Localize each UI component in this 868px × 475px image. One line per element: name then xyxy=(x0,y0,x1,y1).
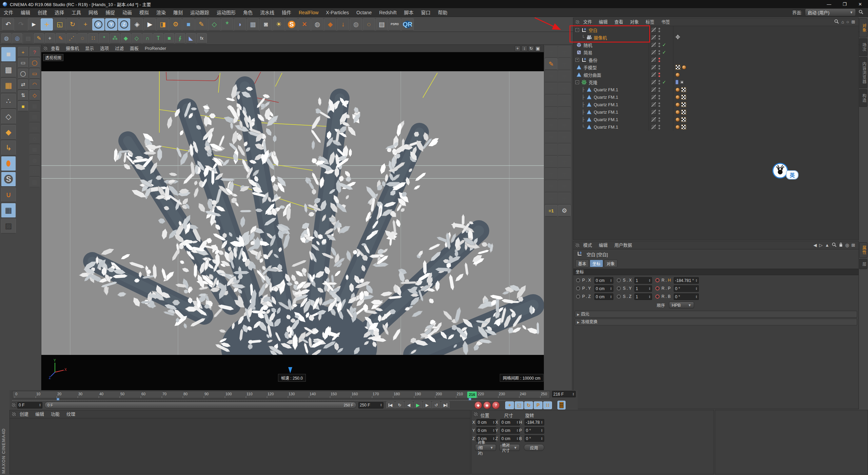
mtool-point-edit-button[interactable]: + xyxy=(45,33,55,43)
tool-undo-button[interactable]: ↶ xyxy=(2,18,14,31)
search-icon[interactable] xyxy=(834,19,839,25)
panel-drag-handle[interactable] xyxy=(575,20,580,24)
attribute-tab-object[interactable]: 对象 xyxy=(604,260,617,267)
phong-tag[interactable] xyxy=(675,102,680,107)
record-options-button[interactable]: ? xyxy=(492,401,500,409)
panel-drag-handle[interactable] xyxy=(43,46,48,51)
range-end-field[interactable]: 250 F▲▼ xyxy=(358,402,383,408)
nav-back-icon[interactable]: ◀ xyxy=(813,243,817,248)
mtool-cluster-button[interactable]: ⁂ xyxy=(110,33,120,43)
object-name[interactable]: Quartz FM.1 xyxy=(594,117,618,122)
stepper-icon[interactable]: ▲▼ xyxy=(649,279,651,282)
pal-poly-select-button[interactable]: ◇ xyxy=(29,90,40,100)
play-forward-button[interactable]: ▶ xyxy=(414,401,422,409)
rotate-view-button[interactable]: ↻ xyxy=(528,45,534,51)
mtool-globe-button[interactable]: ◍ xyxy=(1,33,12,43)
visibility-dots[interactable] xyxy=(658,65,660,70)
mode-soft-selection-button[interactable]: S xyxy=(1,172,16,187)
stepper-icon[interactable]: ▲▼ xyxy=(541,421,543,424)
tool-mograph-clone-button[interactable]: ◍ xyxy=(311,18,323,31)
attribute-tab-basic[interactable]: 基本 xyxy=(575,260,589,267)
menu-pipeline[interactable]: 流水线 xyxy=(256,8,278,17)
phong-tag[interactable] xyxy=(675,73,680,77)
om-menu-objects[interactable]: 对象 xyxy=(627,18,642,26)
am-menu-mode[interactable]: 模式 xyxy=(580,241,595,249)
texture-tag[interactable] xyxy=(681,102,686,107)
visibility-dots[interactable] xyxy=(658,73,660,77)
side-tool-2-button[interactable]: ▦ xyxy=(558,46,571,58)
menu-snap[interactable]: 捕捉 xyxy=(102,8,119,17)
visibility-dots[interactable] xyxy=(658,50,660,55)
viewport-menu-options[interactable]: 选项 xyxy=(97,45,112,52)
texture-tag[interactable] xyxy=(675,65,680,70)
menu-animate[interactable]: 动画 xyxy=(119,8,136,17)
pal-disabled-2-button[interactable]: ▤ xyxy=(29,112,40,122)
mode-model-mode-button[interactable]: ■ xyxy=(1,47,16,62)
side-tab-objects[interactable]: 对象 xyxy=(859,18,867,37)
layer-color-toggle[interactable] xyxy=(651,124,656,130)
layer-color-toggle[interactable] xyxy=(651,109,656,115)
tree-row-5[interactable]: +0备份 xyxy=(573,56,859,63)
side-tool-17-button[interactable]: ▦ xyxy=(545,144,557,155)
panel-drag-handle[interactable] xyxy=(12,412,16,417)
s-field[interactable]: 1▲▼ xyxy=(634,277,652,284)
om-menu-bookmarks[interactable]: 书签 xyxy=(658,18,673,26)
side-tool-8-button[interactable]: ▦ xyxy=(558,83,571,94)
stepper-icon[interactable]: ▲▼ xyxy=(649,295,651,299)
collapse-toggle[interactable]: − xyxy=(575,80,579,84)
stepper-icon[interactable]: ▲▼ xyxy=(493,437,495,440)
keyframe-radio-p[interactable] xyxy=(576,278,580,282)
stepper-icon[interactable]: ▲▼ xyxy=(649,287,651,290)
tree-row-4[interactable]: 简易✓ xyxy=(573,49,859,56)
object-name[interactable]: 空白 xyxy=(589,27,597,33)
tool-dashed-circle-button[interactable]: ◌ xyxy=(363,18,375,31)
pal-yellow-square-mini-button[interactable]: ■ xyxy=(18,101,28,111)
tool-wire-sphere-button[interactable]: ◍ xyxy=(350,18,362,31)
coordinates-section-header[interactable]: 坐标 xyxy=(573,269,859,275)
material-menu-function[interactable]: 功能 xyxy=(47,410,63,418)
mode-workplane-mode-button[interactable]: ▦ xyxy=(1,78,16,93)
polygon-object-icon[interactable] xyxy=(586,124,592,130)
cloner-object-icon[interactable] xyxy=(581,79,587,85)
3d-scene-canvas[interactable] xyxy=(41,71,544,355)
preview-range-slider[interactable]: 0 F 250 F xyxy=(44,402,356,408)
menu-script[interactable]: 脚本 xyxy=(400,8,417,17)
mtool-lift-button[interactable]: ▤ xyxy=(23,33,33,43)
tree-row-8[interactable]: −克隆✓ xyxy=(573,78,859,86)
menu-character[interactable]: 角色 xyxy=(239,8,256,17)
tool-move-tool-button[interactable]: + xyxy=(41,18,53,31)
mtool-cube-object-button[interactable]: ■ xyxy=(164,33,174,43)
side-tool-9-button[interactable]: ▦ xyxy=(545,95,557,107)
object-name[interactable]: 克隆 xyxy=(589,79,597,86)
pal-arrows-mini-button[interactable]: ⇅ xyxy=(18,90,28,100)
side-tool-3-button[interactable]: ✎ xyxy=(545,58,557,70)
phong-tag[interactable] xyxy=(675,95,680,99)
stepper-icon[interactable]: ▲▼ xyxy=(695,295,697,299)
menu-render[interactable]: 渲染 xyxy=(153,8,170,17)
camera-object-icon[interactable] xyxy=(586,35,592,40)
step-back-button[interactable]: ◀ xyxy=(405,401,413,409)
stepper-icon[interactable]: ▲▼ xyxy=(541,429,543,432)
stepper-icon[interactable]: ▲▼ xyxy=(493,429,495,432)
tool-add-primitive-button[interactable]: ■ xyxy=(182,18,195,31)
mtool-pen-button[interactable]: ✎ xyxy=(56,33,66,43)
tree-row-1[interactable]: −0空白 xyxy=(573,26,859,34)
tool-last-tool-button[interactable]: + xyxy=(79,18,92,31)
layer-color-toggle[interactable] xyxy=(651,79,656,85)
mode-tweak-mode-button[interactable]: ⬮ xyxy=(1,156,16,171)
cm-position-X-field[interactable]: 0 cm▲▼ xyxy=(476,419,496,425)
key-position-button[interactable]: + xyxy=(505,401,514,409)
tool-render-settings-button[interactable]: ⚙ xyxy=(170,18,182,31)
side-tool-12-button[interactable]: ▦ xyxy=(558,107,571,119)
mode-axis-mode-button[interactable]: ↳ xyxy=(1,140,16,155)
layer-color-toggle[interactable] xyxy=(651,102,656,107)
object-name[interactable]: 简易 xyxy=(584,49,592,56)
zoom-view-button[interactable]: ↕ xyxy=(521,45,527,51)
ime-language-badge[interactable]: 英 xyxy=(786,170,798,179)
visibility-dots[interactable] xyxy=(658,110,660,114)
material-menu-edit[interactable]: 编辑 xyxy=(32,410,47,418)
keyframe-selection-button[interactable] xyxy=(557,401,566,410)
stepper-icon[interactable]: ▲▼ xyxy=(541,437,543,440)
attribute-tab-coordinates[interactable]: 坐标 xyxy=(590,260,603,267)
cm-mode-dropdown[interactable]: 对象 (相对)▼ xyxy=(475,444,496,451)
